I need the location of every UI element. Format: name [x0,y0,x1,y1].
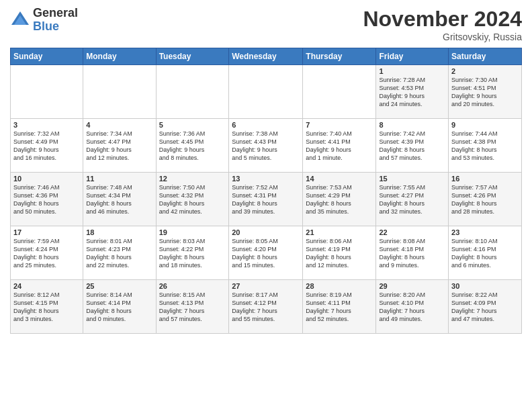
day-number: 3 [13,121,80,129]
day-number: 25 [86,282,152,290]
day-number: 17 [13,228,80,236]
calendar-cell: 19Sunrise: 8:03 AM Sunset: 4:22 PM Dayli… [156,226,229,280]
month-title: November 2024 [363,7,522,32]
day-number: 9 [451,121,519,129]
calendar-cell [303,65,376,119]
calendar-cell [229,65,303,119]
col-tuesday: Tuesday [156,48,229,65]
day-number: 1 [379,67,445,75]
day-info: Sunrise: 7:34 AM Sunset: 4:47 PM Dayligh… [86,130,152,163]
calendar-cell: 13Sunrise: 7:52 AM Sunset: 4:31 PM Dayli… [229,173,303,226]
calendar: Sunday Monday Tuesday Wednesday Thursday… [10,48,522,334]
calendar-cell: 1Sunrise: 7:28 AM Sunset: 4:53 PM Daylig… [376,65,449,119]
day-info: Sunrise: 8:15 AM Sunset: 4:13 PM Dayligh… [159,291,226,324]
day-info: Sunrise: 7:42 AM Sunset: 4:39 PM Dayligh… [379,130,445,163]
calendar-cell: 7Sunrise: 7:40 AM Sunset: 4:41 PM Daylig… [303,119,376,173]
logo-text: General Blue [33,7,78,34]
calendar-cell: 12Sunrise: 7:50 AM Sunset: 4:32 PM Dayli… [156,173,229,226]
day-number: 15 [379,175,445,183]
day-info: Sunrise: 8:10 AM Sunset: 4:16 PM Dayligh… [451,237,519,270]
day-number: 29 [379,282,445,290]
calendar-cell: 27Sunrise: 8:17 AM Sunset: 4:12 PM Dayli… [229,280,303,334]
logo-blue: Blue [33,20,78,34]
calendar-cell [156,65,229,119]
day-info: Sunrise: 7:59 AM Sunset: 4:24 PM Dayligh… [13,237,80,270]
calendar-header: Sunday Monday Tuesday Wednesday Thursday… [11,48,522,65]
day-number: 23 [451,228,519,236]
day-number: 12 [159,175,226,183]
day-number: 5 [159,121,226,129]
day-number: 20 [232,228,300,236]
day-number: 2 [451,67,519,75]
day-number: 10 [13,175,80,183]
day-number: 13 [232,175,300,183]
day-number: 11 [86,175,152,183]
day-number: 18 [86,228,152,236]
calendar-cell: 29Sunrise: 8:20 AM Sunset: 4:10 PM Dayli… [376,280,449,334]
calendar-cell: 2Sunrise: 7:30 AM Sunset: 4:51 PM Daylig… [449,65,522,119]
calendar-cell: 24Sunrise: 8:12 AM Sunset: 4:15 PM Dayli… [11,280,83,334]
week-row-2: 3Sunrise: 7:32 AM Sunset: 4:49 PM Daylig… [11,119,522,173]
day-info: Sunrise: 8:03 AM Sunset: 4:22 PM Dayligh… [159,237,226,270]
col-saturday: Saturday [449,48,522,65]
calendar-cell: 3Sunrise: 7:32 AM Sunset: 4:49 PM Daylig… [11,119,83,173]
calendar-cell: 26Sunrise: 8:15 AM Sunset: 4:13 PM Dayli… [156,280,229,334]
day-number: 16 [451,175,519,183]
calendar-cell [11,65,83,119]
day-number: 24 [13,282,80,290]
calendar-cell: 30Sunrise: 8:22 AM Sunset: 4:09 PM Dayli… [449,280,522,334]
day-info: Sunrise: 7:52 AM Sunset: 4:31 PM Dayligh… [232,183,300,216]
logo: General Blue [10,7,78,34]
calendar-cell: 8Sunrise: 7:42 AM Sunset: 4:39 PM Daylig… [376,119,449,173]
calendar-cell: 10Sunrise: 7:46 AM Sunset: 4:36 PM Dayli… [11,173,83,226]
day-info: Sunrise: 8:19 AM Sunset: 4:11 PM Dayligh… [306,291,373,324]
day-info: Sunrise: 7:55 AM Sunset: 4:27 PM Dayligh… [379,183,445,216]
day-info: Sunrise: 8:17 AM Sunset: 4:12 PM Dayligh… [232,291,300,324]
day-info: Sunrise: 8:14 AM Sunset: 4:14 PM Dayligh… [86,291,152,324]
day-info: Sunrise: 7:48 AM Sunset: 4:34 PM Dayligh… [86,183,152,216]
week-row-4: 17Sunrise: 7:59 AM Sunset: 4:24 PM Dayli… [11,226,522,280]
day-info: Sunrise: 8:08 AM Sunset: 4:18 PM Dayligh… [379,237,445,270]
day-number: 30 [451,282,519,290]
week-row-1: 1Sunrise: 7:28 AM Sunset: 4:53 PM Daylig… [11,65,522,119]
day-number: 26 [159,282,226,290]
calendar-cell: 20Sunrise: 8:05 AM Sunset: 4:20 PM Dayli… [229,226,303,280]
day-number: 27 [232,282,300,290]
day-info: Sunrise: 7:30 AM Sunset: 4:51 PM Dayligh… [451,76,519,109]
day-info: Sunrise: 7:36 AM Sunset: 4:45 PM Dayligh… [159,130,226,163]
logo-general: General [33,7,78,20]
calendar-cell: 22Sunrise: 8:08 AM Sunset: 4:18 PM Dayli… [376,226,449,280]
day-number: 7 [306,121,373,129]
day-info: Sunrise: 7:53 AM Sunset: 4:29 PM Dayligh… [306,183,373,216]
day-info: Sunrise: 7:50 AM Sunset: 4:32 PM Dayligh… [159,183,226,216]
calendar-cell: 6Sunrise: 7:38 AM Sunset: 4:43 PM Daylig… [229,119,303,173]
calendar-cell: 9Sunrise: 7:44 AM Sunset: 4:38 PM Daylig… [449,119,522,173]
day-info: Sunrise: 8:06 AM Sunset: 4:19 PM Dayligh… [306,237,373,270]
calendar-cell: 18Sunrise: 8:01 AM Sunset: 4:23 PM Dayli… [83,226,156,280]
day-number: 28 [306,282,373,290]
day-number: 19 [159,228,226,236]
col-friday: Friday [376,48,449,65]
week-row-3: 10Sunrise: 7:46 AM Sunset: 4:36 PM Dayli… [11,173,522,226]
calendar-cell: 5Sunrise: 7:36 AM Sunset: 4:45 PM Daylig… [156,119,229,173]
col-wednesday: Wednesday [229,48,303,65]
day-info: Sunrise: 7:40 AM Sunset: 4:41 PM Dayligh… [306,130,373,163]
calendar-cell: 14Sunrise: 7:53 AM Sunset: 4:29 PM Dayli… [303,173,376,226]
calendar-body: 1Sunrise: 7:28 AM Sunset: 4:53 PM Daylig… [11,65,522,334]
location-subtitle: Gritsovskiy, Russia [363,32,522,42]
day-info: Sunrise: 7:46 AM Sunset: 4:36 PM Dayligh… [13,183,80,216]
day-number: 4 [86,121,152,129]
day-number: 14 [306,175,373,183]
day-info: Sunrise: 7:28 AM Sunset: 4:53 PM Dayligh… [379,76,445,109]
day-info: Sunrise: 7:57 AM Sunset: 4:26 PM Dayligh… [451,183,519,216]
header-row: Sunday Monday Tuesday Wednesday Thursday… [11,48,522,65]
col-sunday: Sunday [11,48,83,65]
calendar-cell: 17Sunrise: 7:59 AM Sunset: 4:24 PM Dayli… [11,226,83,280]
day-info: Sunrise: 7:38 AM Sunset: 4:43 PM Dayligh… [232,130,300,163]
week-row-5: 24Sunrise: 8:12 AM Sunset: 4:15 PM Dayli… [11,280,522,334]
col-thursday: Thursday [303,48,376,65]
day-info: Sunrise: 7:44 AM Sunset: 4:38 PM Dayligh… [451,130,519,163]
calendar-cell: 16Sunrise: 7:57 AM Sunset: 4:26 PM Dayli… [449,173,522,226]
day-info: Sunrise: 7:32 AM Sunset: 4:49 PM Dayligh… [13,130,80,163]
title-block: November 2024 Gritsovskiy, Russia [363,7,522,42]
